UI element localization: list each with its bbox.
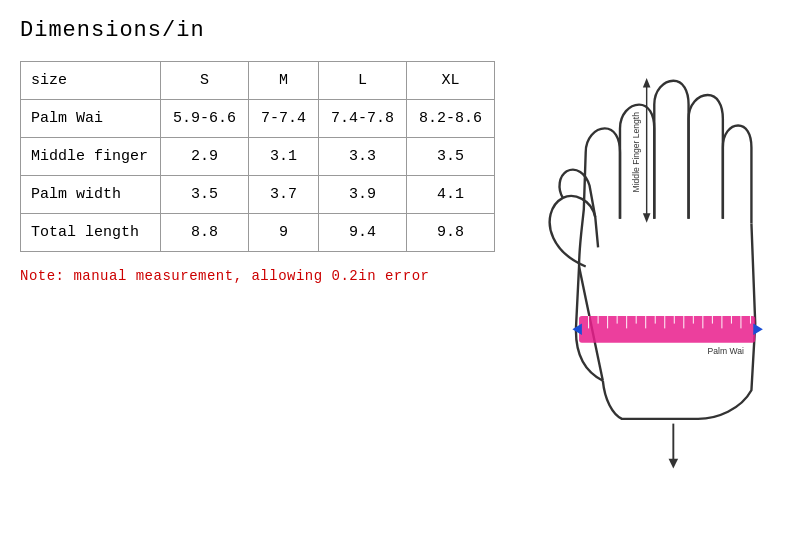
glove-svg: Middle Finger Length xyxy=(515,76,805,476)
table-header-cell: size xyxy=(21,62,161,100)
table-header-cell: M xyxy=(249,62,319,100)
table-header-cell: XL xyxy=(407,62,495,100)
table-cell-3-2: 9 xyxy=(249,214,319,252)
table-row: Total length8.899.49.8 xyxy=(21,214,495,252)
page-title: Dimensions/in xyxy=(20,18,789,43)
svg-marker-24 xyxy=(753,324,763,335)
table-cell-3-1: 8.8 xyxy=(161,214,249,252)
table-cell-1-2: 3.1 xyxy=(249,138,319,176)
note-text: Note: manual measurement, allowing 0.2in… xyxy=(20,268,495,284)
table-cell-1-3: 3.3 xyxy=(319,138,407,176)
table-cell-1-4: 3.5 xyxy=(407,138,495,176)
svg-text:Palm Wai: Palm Wai xyxy=(708,346,744,356)
page: Dimensions/in sizeSMLXLPalm Wai5.9-6.67-… xyxy=(0,0,809,558)
table-cell-0-3: 7.4-7.8 xyxy=(319,100,407,138)
table-cell-3-3: 9.4 xyxy=(319,214,407,252)
table-cell-0-4: 8.2-8.6 xyxy=(407,100,495,138)
table-cell-2-2: 3.7 xyxy=(249,176,319,214)
table-cell-2-0: Palm width xyxy=(21,176,161,214)
table-cell-1-1: 2.9 xyxy=(161,138,249,176)
table-row: Palm Wai5.9-6.67-7.47.4-7.88.2-8.6 xyxy=(21,100,495,138)
table-row: Middle finger2.93.13.33.5 xyxy=(21,138,495,176)
table-cell-2-1: 3.5 xyxy=(161,176,249,214)
table-row: Palm width3.53.73.94.1 xyxy=(21,176,495,214)
table-cell-0-1: 5.9-6.6 xyxy=(161,100,249,138)
table-cell-0-0: Palm Wai xyxy=(21,100,161,138)
glove-illustration: Middle Finger Length xyxy=(515,61,805,491)
table-header-cell: S xyxy=(161,62,249,100)
table-cell-2-3: 3.9 xyxy=(319,176,407,214)
svg-rect-4 xyxy=(579,316,755,343)
table-header-cell: L xyxy=(319,62,407,100)
svg-marker-1 xyxy=(643,78,651,88)
table-cell-0-2: 7-7.4 xyxy=(249,100,319,138)
left-section: sizeSMLXLPalm Wai5.9-6.67-7.47.4-7.88.2-… xyxy=(20,61,495,284)
dimensions-table: sizeSMLXLPalm Wai5.9-6.67-7.47.4-7.88.2-… xyxy=(20,61,495,252)
svg-marker-2 xyxy=(643,213,651,223)
table-cell-1-0: Middle finger xyxy=(21,138,161,176)
palm-wai-ruler: Palm Wai xyxy=(572,316,762,356)
table-cell-3-0: Total length xyxy=(21,214,161,252)
svg-text:Middle Finger Length: Middle Finger Length xyxy=(631,112,641,193)
table-cell-3-4: 9.8 xyxy=(407,214,495,252)
table-cell-2-4: 4.1 xyxy=(407,176,495,214)
content-area: sizeSMLXLPalm Wai5.9-6.67-7.47.4-7.88.2-… xyxy=(20,61,789,491)
svg-marker-27 xyxy=(669,459,679,469)
